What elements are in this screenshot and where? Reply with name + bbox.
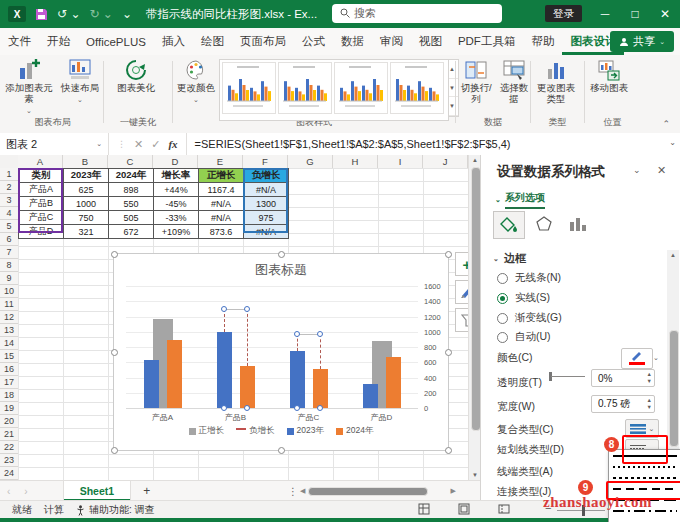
row-header-8[interactable]: 8 xyxy=(0,259,19,272)
series-options-tab[interactable] xyxy=(563,211,593,237)
cell[interactable]: -45% xyxy=(154,197,199,211)
row-header-2[interactable]: 2 xyxy=(0,181,19,194)
cell[interactable]: 321 xyxy=(64,225,109,239)
chart-selection-handle[interactable] xyxy=(278,251,285,258)
cell[interactable]: #N/A xyxy=(244,183,289,197)
cell[interactable]: 2023年 xyxy=(64,169,109,183)
cell[interactable]: #N/A xyxy=(199,197,244,211)
row-header-21[interactable]: 21 xyxy=(0,428,19,441)
cell[interactable]: 898 xyxy=(109,183,154,197)
page-layout-view-icon[interactable] xyxy=(458,503,470,515)
pane-scroll-up-icon[interactable]: ▲ xyxy=(667,250,679,260)
chart-selection-handle[interactable] xyxy=(445,251,452,258)
bar-2024-产品C[interactable] xyxy=(313,369,328,408)
ribbon-tab-公式[interactable]: 公式 xyxy=(294,28,333,55)
cell[interactable]: 产品D xyxy=(19,225,64,239)
pane-collapse-icon[interactable]: ⌄ xyxy=(633,165,641,175)
row-header-22[interactable]: 22 xyxy=(0,441,19,454)
option-auto-line[interactable]: 自动(U) xyxy=(497,330,551,344)
cell[interactable]: 625 xyxy=(64,183,109,197)
cell[interactable]: 类别 xyxy=(19,169,64,183)
cell[interactable]: 873.6 xyxy=(199,225,244,239)
cell[interactable]: 2024年 xyxy=(109,169,154,183)
row-header-17[interactable]: 17 xyxy=(0,376,19,389)
ribbon-tab-帮助[interactable]: 帮助 xyxy=(523,28,562,55)
cell-grid[interactable]: 类别2023年2024年增长率正增长负增长产品A625898+44%1167.4… xyxy=(18,168,468,480)
transparency-value-field[interactable]: 0% ▲▼ xyxy=(591,369,655,387)
column-header-F[interactable]: F xyxy=(243,155,288,169)
status-accessibility[interactable]: 辅助功能: 调查 xyxy=(76,503,155,517)
ribbon-tab-开始[interactable]: 开始 xyxy=(39,28,78,55)
dash-option-square-dot[interactable] xyxy=(609,472,680,483)
legend-item-2024年[interactable]: 2024年 xyxy=(336,425,373,437)
cell[interactable]: 产品B xyxy=(19,197,64,211)
dash-option-round-dot[interactable] xyxy=(609,461,680,472)
row-header-5[interactable]: 5 xyxy=(0,220,19,233)
row-header-18[interactable]: 18 xyxy=(0,389,19,402)
chart-selection-handle[interactable] xyxy=(445,349,452,356)
negative-indicator-line[interactable] xyxy=(320,334,321,370)
chart-selection-handle[interactable] xyxy=(445,447,452,454)
ribbon-tab-PDF工具箱[interactable]: PDF工具箱 xyxy=(450,28,524,55)
bar-2023-产品D[interactable] xyxy=(363,384,378,408)
sheet-tab-sheet1[interactable]: Sheet1 xyxy=(63,481,131,501)
chart-title[interactable]: 图表标题 xyxy=(114,261,448,279)
bar-2023-产品C[interactable] xyxy=(290,351,305,408)
column-header-I[interactable]: I xyxy=(378,155,423,169)
chart-selection-handle[interactable] xyxy=(111,447,118,454)
cell[interactable]: 1000 xyxy=(64,197,109,211)
ribbon-tab-OfficePLUS[interactable]: OfficePLUS xyxy=(78,28,154,55)
row-header-16[interactable]: 16 xyxy=(0,363,19,376)
redo-icon[interactable]: ↻ ⌄ xyxy=(89,7,112,21)
row-header-4[interactable]: 4 xyxy=(0,207,19,220)
ribbon-tab-绘图[interactable]: 绘图 xyxy=(193,28,232,55)
cell[interactable]: 505 xyxy=(109,211,154,225)
minimize-button[interactable]: ─ xyxy=(590,0,620,28)
cell[interactable]: +109% xyxy=(154,225,199,239)
width-value-field[interactable]: 0.75 磅 ▲▼ xyxy=(591,395,655,413)
series-options-dropdown[interactable]: ⌄系列选项 xyxy=(495,191,545,209)
row-header-14[interactable]: 14 xyxy=(0,337,19,350)
column-header-C[interactable]: C xyxy=(108,155,153,169)
column-header-G[interactable]: G xyxy=(288,155,333,169)
cell[interactable]: 产品C xyxy=(19,211,64,225)
row-header-12[interactable]: 12 xyxy=(0,311,19,324)
row-header-6[interactable]: 6 xyxy=(0,233,19,246)
bar-2024-产品B[interactable] xyxy=(240,366,255,408)
dash-option-dash[interactable] xyxy=(609,483,680,494)
select-all-corner[interactable] xyxy=(0,155,19,169)
transparency-spinner[interactable]: ▲▼ xyxy=(647,371,652,385)
legend-item-正增长[interactable]: 正增长 xyxy=(189,425,225,437)
row-header-11[interactable]: 11 xyxy=(0,298,19,311)
formula-input[interactable]: =SERIES(Sheet1!$F$1,Sheet1!$A$2:$A$5,She… xyxy=(187,138,511,150)
add-sheet-button[interactable]: + xyxy=(131,484,162,498)
row-header-1[interactable]: 1 xyxy=(0,168,19,181)
cell[interactable]: 750 xyxy=(64,211,109,225)
cell[interactable]: 负增长 xyxy=(244,169,289,183)
column-header-B[interactable]: B xyxy=(63,155,108,169)
close-button[interactable]: ✕ xyxy=(650,0,680,28)
ribbon-collapse-icon[interactable]: ⌃ xyxy=(662,119,670,129)
ribbon-tab-审阅[interactable]: 审阅 xyxy=(372,28,411,55)
formula-bar-expand-icon[interactable]: ⌄ xyxy=(669,138,676,147)
column-header-H[interactable]: H xyxy=(333,155,378,169)
horizontal-scroll-thumb[interactable] xyxy=(308,487,428,496)
chart-object[interactable]: 图表标题 02004006008001000120014001600产品A产品B… xyxy=(113,253,449,451)
color-dropdown-icon[interactable]: ⌄ xyxy=(653,354,659,362)
ribbon-tab-数据[interactable]: 数据 xyxy=(333,28,372,55)
page-break-view-icon[interactable] xyxy=(498,503,510,515)
column-header-J[interactable]: J xyxy=(423,155,468,169)
chart-selection-handle[interactable] xyxy=(278,447,285,454)
option-solid-line[interactable]: 实线(S) xyxy=(497,291,550,305)
option-gradient-line[interactable]: 渐变线(G) xyxy=(497,311,562,325)
quick-access-customize-icon[interactable]: ⌄ xyxy=(122,7,132,21)
insert-function-icon[interactable]: fx xyxy=(168,138,177,150)
column-header-E[interactable]: E xyxy=(198,155,243,169)
cell[interactable]: 产品A xyxy=(19,183,64,197)
undo-icon[interactable]: ↺ ⌄ xyxy=(57,7,80,21)
legend-item-负增长[interactable]: 负增长 xyxy=(236,425,275,437)
cell[interactable]: 975 xyxy=(244,211,289,225)
row-header-7[interactable]: 7 xyxy=(0,246,19,259)
cell[interactable]: 1300 xyxy=(244,197,289,211)
ribbon-button-选择数据[interactable]: 选择数据 xyxy=(496,59,532,105)
